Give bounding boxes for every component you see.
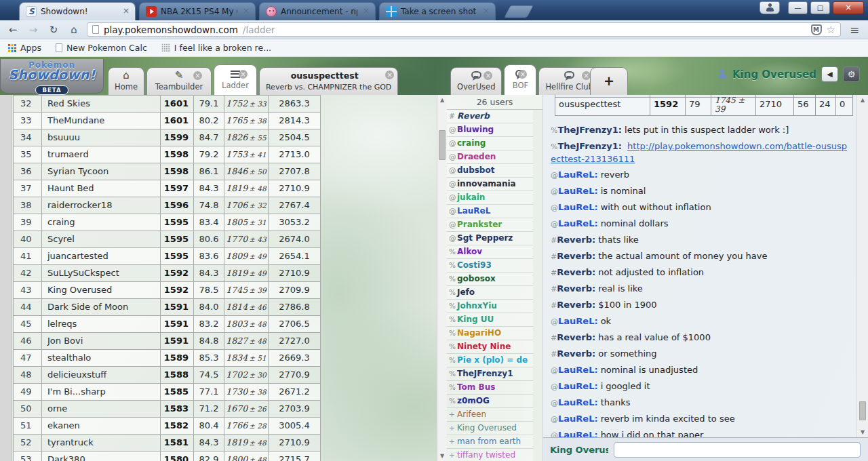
user-name: jukain (457, 193, 485, 202)
ladder-scrollbar[interactable]: ▲ ▼ (437, 95, 447, 461)
ladder-row: 44 Dark Side of Moon 1591 84.0 1814± 46 … (14, 299, 321, 316)
userlist-user[interactable]: @Bluwing (447, 123, 533, 137)
userlist-user[interactable]: +King Overused (447, 422, 533, 435)
userlist-user[interactable]: @Prankster (447, 218, 533, 232)
browser-tab[interactable]: Announcement - np: ORA (259, 2, 376, 20)
ladder-glicko-dev: ± 46 (249, 303, 267, 311)
tab-close-icon[interactable] (239, 70, 248, 79)
back-icon[interactable]: ← (5, 22, 20, 37)
userlist-user[interactable]: +tiffany twisted (447, 449, 533, 461)
userlist-user[interactable]: %gobosox (447, 273, 533, 286)
userlist-user[interactable]: #Reverb (447, 110, 533, 123)
user-name: King UU (457, 315, 494, 324)
header-username[interactable]: King Overused (732, 68, 816, 81)
userlist-user[interactable]: %z0mOG (447, 395, 533, 408)
rating-coil: 2710 (756, 98, 794, 115)
tab-teambuilder[interactable]: ✎ Teambuilder (146, 67, 212, 95)
extension-shield-icon[interactable]: M (811, 24, 822, 35)
userlist-user[interactable]: +man from earth (447, 435, 533, 449)
bookmark-item[interactable]: I feel like a broken re... (161, 43, 271, 53)
showdown-logo[interactable]: Pokémon Showdown! BETA (0, 59, 104, 94)
tab-room[interactable]: OverUsed (450, 67, 502, 95)
userlist-user[interactable]: %Jefo (447, 286, 533, 300)
scroll-up-icon[interactable]: ▲ (437, 95, 447, 105)
message-username: Reverb (557, 283, 595, 294)
tab-home[interactable]: ⌂ Home (108, 67, 144, 95)
settings-gear-button[interactable]: ⚙ (843, 66, 860, 82)
mute-sound-button[interactable]: ◀ (821, 66, 838, 82)
browser-menu-icon[interactable]: ≡ (846, 23, 863, 37)
user-name: craing (457, 138, 486, 148)
tab-close-icon[interactable] (582, 71, 591, 80)
userlist-user[interactable]: +Arifeen (447, 408, 533, 422)
userlist-user[interactable]: %TheJFrenzy1 (447, 367, 533, 381)
close-button[interactable]: × (833, 1, 864, 14)
tab-battle[interactable]: oususpecttest Reverb vs. CHAMPNIZER the … (259, 67, 398, 95)
tab-close-icon[interactable] (484, 71, 492, 80)
userlist-user[interactable]: @dubsbot (447, 164, 533, 178)
ladder-coil: 2767.4 (269, 197, 321, 214)
ladder-row: 35 trumaerd 1598 79.2 1753± 41 2713.0 (14, 146, 321, 163)
tab-close-icon[interactable] (121, 7, 131, 16)
tab-close-icon[interactable] (241, 7, 251, 16)
scroll-down-icon[interactable]: ▼ (437, 451, 447, 461)
ladder-glicko-dev: ± 32 (249, 201, 267, 209)
chat-message: @LauReLi googled it (551, 380, 852, 394)
tab-ladder[interactable]: Ladder (214, 64, 257, 95)
userlist-user[interactable]: %JohnxYiu (447, 300, 533, 313)
user-name: Alkov (457, 247, 482, 256)
tab-close-icon[interactable] (361, 7, 371, 16)
minimize-button[interactable]: — (788, 1, 808, 14)
chat-scrollbar-thumb[interactable] (859, 401, 866, 420)
user-rank-symbol: @ (449, 232, 457, 245)
userlist-user[interactable]: @Draeden (447, 151, 533, 164)
bookmark-star-icon[interactable]: ☆ (827, 24, 835, 36)
browser-tab[interactable]: NBA 2K15 PS4 My Career - (139, 2, 256, 20)
userlist-user[interactable]: %Ninety Nine (447, 340, 533, 354)
user-rank-symbol: % (449, 327, 457, 340)
userlist-user[interactable]: %King UU (447, 313, 533, 327)
userlist-user[interactable]: %NagariHO (447, 327, 533, 340)
userlist-user[interactable]: @LauReL (447, 205, 533, 218)
tab-close-icon[interactable] (385, 71, 394, 79)
ladder-elo: 1582 (161, 418, 194, 435)
add-room-button[interactable]: + (590, 67, 628, 95)
address-bar[interactable]: play.pokemonshowdown.com /ladder M ☆ (87, 22, 841, 37)
chat-scrollbar[interactable]: ▲ ▼ (856, 95, 868, 437)
forward-icon[interactable]: → (26, 22, 41, 37)
userlist-user[interactable]: @Sgt Pepperz (447, 232, 533, 245)
apps-shortcut[interactable]: Apps (7, 43, 41, 53)
userlist-user[interactable]: @innovamania (447, 178, 533, 191)
userlist-user[interactable]: @jukain (447, 191, 533, 205)
userlist-user[interactable]: %Costi93 (447, 259, 533, 273)
tab-close-icon[interactable] (518, 70, 527, 79)
userlist-user[interactable]: %Pie x (plo) = de (447, 354, 533, 367)
reload-icon[interactable]: ↻ (46, 22, 61, 37)
tab-close-icon[interactable] (193, 71, 202, 80)
browser-tab[interactable]: Showdown! (19, 2, 136, 20)
ladder-scrollbar-thumb[interactable] (439, 130, 446, 160)
scroll-down-icon[interactable]: ▼ (857, 427, 868, 437)
ladder-rank: 36 (14, 163, 42, 180)
userlist-user[interactable]: @craing (447, 137, 533, 151)
chat-message: #Reverbnot adjusted to inflation (551, 266, 852, 280)
ladder-row: 47 stealthalo 1589 85.3 1834± 51 2669.3 (14, 350, 321, 367)
browser-tab[interactable]: Take a screen shot (379, 2, 496, 20)
profile-button[interactable] (760, 1, 780, 14)
message-text: reverb (601, 169, 629, 180)
bookmark-item[interactable]: New Pokemon Calc (56, 43, 147, 53)
home-icon[interactable]: ⌂ (66, 22, 81, 37)
message-rank-symbol: @ (551, 382, 558, 391)
chat-message-input[interactable] (614, 442, 861, 458)
maximize-button[interactable]: □ (810, 1, 830, 14)
userlist-user[interactable]: %Tom Bus (447, 381, 533, 395)
ladder-coil: 2814.3 (269, 113, 321, 129)
new-tab-button[interactable] (504, 5, 534, 18)
ladder-glicko: 1670 (226, 403, 248, 414)
userlist-user[interactable]: %Alkov (447, 245, 533, 259)
ladder-row: 40 Scyrel 1595 80.6 1770± 43 2674.0 (14, 231, 321, 248)
tab-close-icon[interactable] (481, 7, 491, 16)
userlist-count[interactable]: 26 users (447, 95, 542, 110)
scroll-up-icon[interactable]: ▲ (857, 95, 868, 105)
tab-room[interactable]: BOF (504, 64, 536, 95)
